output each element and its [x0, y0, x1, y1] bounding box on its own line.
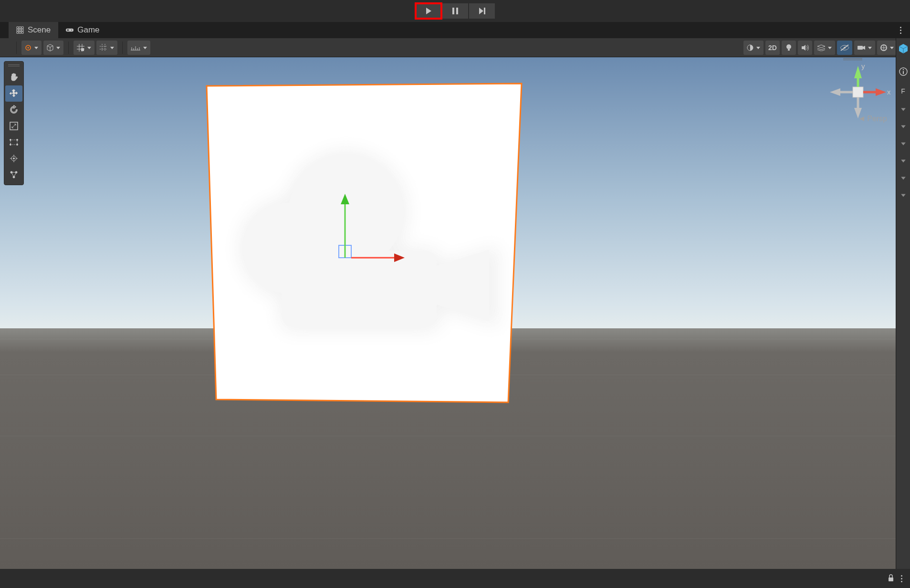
svg-rect-1: [452, 8, 454, 14]
hidden-objects-toggle[interactable]: [837, 41, 852, 55]
chevron-down-icon[interactable]: [900, 106, 906, 112]
svg-rect-5: [66, 29, 73, 32]
svg-marker-0: [426, 8, 431, 14]
gizmo-toggle-icon: [880, 44, 888, 52]
svg-point-43: [17, 144, 18, 146]
snap-increment-icon: [99, 43, 108, 52]
tab-game[interactable]: Game: [58, 22, 107, 38]
svg-marker-11: [34, 47, 38, 49]
draw-mode-dropdown[interactable]: [743, 41, 764, 55]
grid-icon: [16, 26, 24, 34]
svg-marker-67: [901, 177, 906, 180]
chevron-down-icon: [56, 45, 61, 50]
snap-increment-dropdown[interactable]: [96, 41, 117, 55]
svg-marker-15: [110, 47, 114, 49]
svg-marker-27: [868, 47, 872, 49]
pivot-mode-dropdown[interactable]: [21, 41, 42, 55]
svg-marker-26: [863, 46, 865, 50]
scale-tool[interactable]: [5, 118, 22, 134]
svg-marker-21: [802, 45, 805, 51]
tool-palette: [4, 61, 24, 185]
move-icon: [9, 89, 19, 98]
chevron-down-icon: [110, 45, 115, 50]
camera-small-icon: [857, 45, 866, 51]
chevron-down-icon[interactable]: [900, 158, 906, 164]
status-bar: [0, 569, 910, 588]
svg-marker-68: [901, 194, 906, 197]
svg-rect-13: [81, 48, 84, 51]
move-tool[interactable]: [5, 85, 22, 102]
palette-drag-handle[interactable]: [8, 63, 20, 67]
chevron-down-icon[interactable]: [900, 141, 906, 147]
audio-toggle[interactable]: [798, 41, 812, 55]
svg-marker-50: [854, 66, 862, 78]
svg-marker-64: [901, 126, 906, 128]
svg-rect-4: [484, 8, 485, 14]
play-button[interactable]: [416, 3, 441, 19]
svg-marker-22: [828, 47, 832, 49]
camera-dropdown[interactable]: [854, 41, 875, 55]
package-icon[interactable]: [898, 43, 909, 56]
rotate-icon: [9, 105, 19, 115]
ruler-dropdown[interactable]: [127, 41, 150, 55]
svg-rect-2: [456, 8, 458, 14]
chevron-down-icon: [868, 45, 872, 50]
pause-button[interactable]: [442, 3, 468, 19]
status-menu-button[interactable]: [901, 575, 902, 582]
lock-button[interactable]: [888, 574, 894, 583]
rect-tool[interactable]: [5, 134, 22, 150]
fx-dropdown[interactable]: [814, 41, 835, 55]
svg-rect-36: [282, 251, 437, 327]
svg-marker-65: [901, 143, 906, 146]
transform-tool[interactable]: [5, 150, 22, 167]
scene-viewport[interactable]: y x Persp: [0, 57, 910, 569]
triangle-left-icon: [858, 116, 865, 122]
projection-toggle[interactable]: Persp: [858, 115, 887, 123]
axis-y-label: y: [861, 62, 865, 70]
rotate-tool[interactable]: [5, 102, 22, 118]
svg-rect-49: [853, 87, 863, 97]
svg-rect-8: [68, 29, 69, 31]
tab-scene[interactable]: Scene: [9, 22, 58, 38]
svg-point-41: [17, 139, 18, 141]
selected-quad[interactable]: [193, 79, 537, 408]
grid-snapping-dropdown[interactable]: [73, 41, 94, 55]
svg-rect-20: [788, 49, 790, 51]
svg-point-40: [10, 139, 11, 141]
axis-x-label: x: [887, 88, 891, 96]
gamepad-icon: [66, 26, 73, 34]
view-tabs: Scene Game: [0, 22, 910, 38]
tab-game-label: Game: [77, 25, 99, 35]
svg-marker-29: [890, 47, 894, 49]
svg-point-10: [28, 47, 29, 48]
lighting-toggle[interactable]: [782, 41, 796, 55]
hand-tool[interactable]: [5, 69, 22, 85]
step-button[interactable]: [469, 3, 495, 19]
svg-point-19: [786, 44, 791, 49]
chevron-down-icon[interactable]: [900, 192, 906, 198]
svg-marker-58: [859, 116, 864, 121]
combined-transform-icon: [9, 154, 19, 163]
ruler-icon: [130, 45, 141, 51]
hand-icon: [9, 73, 19, 82]
gizmos-dropdown[interactable]: [877, 41, 897, 55]
svg-marker-14: [87, 47, 91, 49]
chevron-down-icon[interactable]: [900, 124, 906, 129]
svg-rect-69: [889, 578, 893, 581]
chevron-down-icon[interactable]: [900, 175, 906, 181]
svg-marker-3: [479, 8, 483, 14]
svg-line-24: [841, 45, 848, 51]
svg-marker-63: [901, 108, 906, 111]
eye-off-icon: [840, 44, 849, 51]
chevron-down-icon: [143, 45, 147, 50]
cube-icon: [46, 44, 54, 52]
scene-toolbar: 2D: [0, 38, 910, 57]
overlay-drag-handle[interactable]: [843, 58, 862, 61]
svg-rect-61: [903, 71, 904, 74]
toggle-2d-button[interactable]: 2D: [765, 41, 780, 55]
toggle-2d-label: 2D: [768, 44, 777, 52]
custom-tool[interactable]: [5, 167, 22, 183]
tab-menu-button[interactable]: [900, 22, 901, 38]
info-icon[interactable]: [899, 67, 908, 76]
pivot-rotation-dropdown[interactable]: [43, 41, 63, 55]
